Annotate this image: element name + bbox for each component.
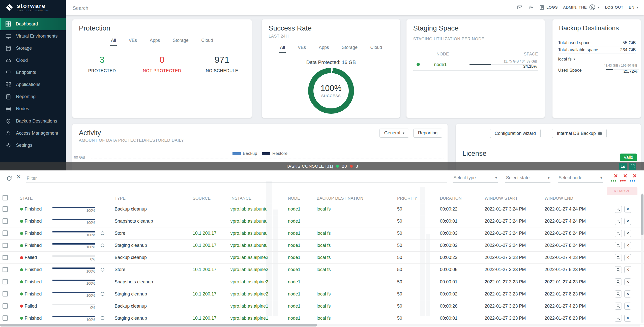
search-input[interactable] (72, 4, 166, 12)
task-source-link[interactable]: 10.1.200.17 (193, 264, 229, 276)
column-header-type[interactable]: TYPE (114, 196, 126, 201)
sidebar-item-reporting[interactable]: Reporting (0, 91, 66, 103)
reporting-button[interactable]: Reporting (413, 129, 442, 138)
row-checkbox[interactable] (3, 315, 8, 321)
sidebar-item-applications[interactable]: Applications (0, 79, 66, 91)
task-details-button[interactable] (615, 218, 622, 225)
row-checkbox[interactable] (3, 230, 8, 236)
task-instance-link[interactable]: vpro.lab.as.ubuntu (230, 203, 286, 215)
task-details-button[interactable] (615, 278, 622, 285)
settings-gear-icon[interactable] (528, 5, 534, 10)
task-cancel-button[interactable]: × (624, 254, 631, 261)
column-header-source[interactable]: SOURCE (193, 196, 211, 201)
destination-select[interactable]: local fs ▾ (558, 57, 575, 62)
row-checkbox[interactable] (3, 255, 8, 260)
task-node-link[interactable]: node1 (288, 276, 314, 288)
task-node-link[interactable]: node1 (288, 203, 314, 215)
task-destination-link[interactable]: local fs (317, 227, 378, 239)
task-node-link[interactable]: node1 (288, 312, 314, 324)
sidebar-item-dashboard[interactable]: Dashboard (0, 18, 66, 30)
task-details-button[interactable] (615, 254, 622, 261)
task-cancel-button[interactable]: × (624, 303, 631, 310)
column-header-window-end[interactable]: WINDOW END (545, 196, 573, 201)
column-header-node[interactable]: NODE (288, 196, 300, 201)
node-link[interactable]: node1 (434, 62, 447, 67)
sidebar-item-settings[interactable]: Settings (0, 139, 66, 151)
row-checkbox[interactable] (3, 267, 8, 272)
task-details-button[interactable] (615, 230, 622, 237)
tab-apps[interactable]: Apps (318, 45, 330, 53)
task-details-button[interactable] (615, 290, 622, 298)
select-all-checkbox[interactable] (3, 195, 8, 200)
task-instance-link[interactable]: vpro.lab.as.alpine2 (230, 288, 286, 300)
node-select[interactable]: Select node▾ (558, 174, 603, 183)
mail-icon[interactable] (517, 5, 523, 10)
logout-button[interactable]: LOG OUT (605, 5, 623, 10)
tab-ves[interactable]: VEs (128, 38, 138, 46)
row-checkbox[interactable] (3, 206, 8, 212)
task-source-link[interactable]: 10.1.200.17 (193, 312, 229, 324)
row-checkbox[interactable] (3, 303, 8, 309)
task-cancel-button[interactable]: × (624, 278, 631, 285)
tab-cloud[interactable]: Cloud (369, 45, 383, 53)
tab-cloud[interactable]: Cloud (200, 38, 214, 46)
logs-button[interactable]: LOGS (539, 5, 558, 10)
remove-failed-tasks-button[interactable]: × (620, 174, 627, 182)
task-details-button[interactable] (615, 266, 622, 273)
language-select[interactable]: EN ▾ (629, 5, 638, 10)
tab-all[interactable]: All (110, 38, 117, 46)
task-details-button[interactable] (615, 315, 622, 322)
task-cancel-button[interactable]: × (624, 315, 631, 322)
column-header-priority[interactable]: PRIORITY (397, 196, 417, 201)
configuration-wizard-button[interactable]: Configuration wizard (490, 129, 541, 138)
task-node-link[interactable]: node1 (288, 264, 314, 276)
task-destination-link[interactable]: local fs (317, 264, 378, 276)
sidebar-item-endpoints[interactable]: Endpoints (0, 67, 66, 79)
task-destination-link[interactable]: local fs (317, 300, 378, 312)
sidebar-item-nodes[interactable]: Nodes (0, 103, 66, 115)
task-cancel-button[interactable]: × (624, 242, 631, 249)
column-header-state[interactable]: STATE (20, 196, 33, 201)
filter-input[interactable] (26, 174, 447, 183)
general-dropdown-button[interactable]: General▾ (379, 129, 409, 138)
task-instance-link[interactable]: vpro.lab.as.alpine2 (230, 276, 286, 288)
column-header-duration[interactable]: DURATION (440, 196, 461, 201)
task-destination-link[interactable]: local fs (317, 240, 378, 251)
user-menu[interactable]: ADMIN, THE ▾ (563, 4, 600, 11)
task-details-button[interactable] (615, 303, 622, 310)
remove-queued-tasks-button[interactable]: × (630, 174, 637, 182)
tasks-console-header-bar[interactable]: TASKS CONSOLE [31] 28 3 (0, 162, 644, 170)
task-instance-link[interactable]: vpro.lab.as.ubuntu (230, 227, 286, 239)
type-select[interactable]: Select type▾ (453, 174, 498, 183)
fullscreen-console-button[interactable] (629, 163, 636, 170)
task-source-link[interactable]: 10.1.200.17 (193, 240, 229, 251)
tab-apps[interactable]: Apps (149, 38, 161, 46)
sidebar-item-access-management[interactable]: Access Management (0, 127, 66, 139)
task-instance-link[interactable]: vpro.lab.as.alpine1 (230, 312, 286, 324)
task-cancel-button[interactable]: × (624, 206, 631, 213)
task-details-button[interactable] (615, 206, 622, 213)
vertical-scrollbar-thumb[interactable] (641, 194, 644, 235)
task-instance-link[interactable]: vpro.lab.as.alpine2 (230, 252, 286, 263)
remove-selected-button[interactable]: REMOVE (607, 187, 637, 195)
tab-storage[interactable]: Storage (172, 38, 189, 46)
task-instance-link[interactable]: vpro.lab.as.ubuntu (230, 240, 286, 251)
task-cancel-button[interactable]: × (624, 218, 631, 225)
tab-all[interactable]: All (279, 45, 286, 53)
tab-storage[interactable]: Storage (341, 45, 358, 53)
task-instance-link[interactable]: vpro.lab.as.ubuntu (230, 215, 286, 227)
task-destination-link[interactable]: local fs (317, 288, 378, 300)
state-select[interactable]: Select state▾ (505, 174, 550, 183)
task-node-link[interactable]: node1 (288, 215, 314, 227)
row-checkbox[interactable] (3, 243, 8, 248)
sidebar-item-cloud[interactable]: Cloud (0, 54, 66, 67)
close-console-icon[interactable]: × (16, 173, 21, 180)
task-source-link[interactable]: 10.1.200.17 (193, 288, 229, 300)
internal-db-backup-button[interactable]: Internal DB Backup (552, 129, 607, 138)
task-node-link[interactable]: node1 (288, 240, 314, 251)
sidebar-item-virtual-environments[interactable]: Virtual Environments (0, 30, 66, 42)
task-cancel-button[interactable]: × (624, 290, 631, 298)
tab-ves[interactable]: VEs (297, 45, 307, 53)
task-instance-link[interactable]: vpro.lab.as.alpine2 (230, 264, 286, 276)
sidebar-item-storage[interactable]: Storage (0, 42, 66, 54)
